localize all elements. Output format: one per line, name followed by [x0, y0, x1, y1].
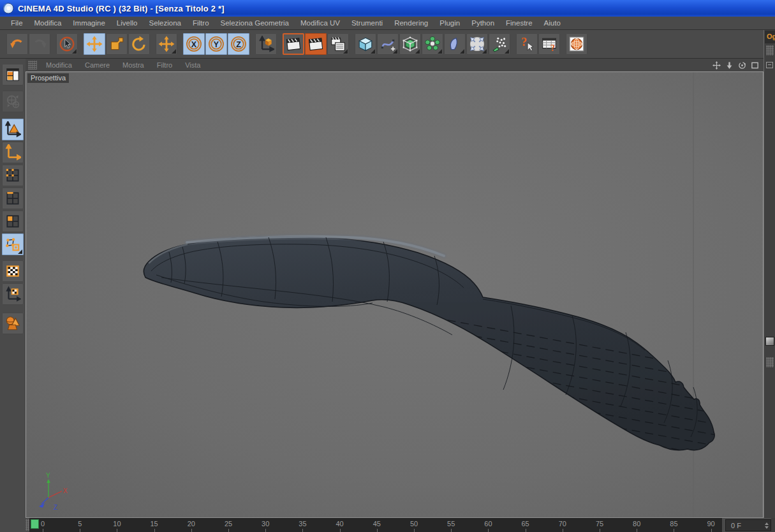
- edges-mode-button[interactable]: [2, 188, 24, 209]
- lock-y-axis-button[interactable]: Y: [205, 33, 227, 55]
- window-titlebar[interactable]: CINEMA 4D Studio (RC ) (32 Bit) - [Senza…: [0, 0, 775, 17]
- rotate-view-button[interactable]: [737, 60, 747, 70]
- panel-grip[interactable]: [766, 357, 774, 367]
- menu-item-filtro[interactable]: Filtro: [187, 19, 215, 27]
- render-view-button[interactable]: [283, 33, 304, 55]
- texture-mode-button[interactable]: [2, 260, 24, 282]
- ruler-label-10: 10: [113, 520, 121, 528]
- undo-button[interactable]: [6, 33, 28, 55]
- spline-pen-button[interactable]: [377, 33, 399, 55]
- flyout-corner-icon: [72, 49, 77, 54]
- lock-x-axis-button[interactable]: X: [183, 33, 205, 55]
- ruler-tick: [600, 529, 600, 532]
- content-browser-button[interactable]: [566, 33, 587, 55]
- right-panel-strip: Og: [764, 30, 775, 518]
- flyout-corner-icon: [438, 49, 442, 54]
- render-settings-button[interactable]: [327, 33, 349, 55]
- main-row: ModificaCamereMostraFiltroVista Prospett…: [0, 59, 775, 518]
- axis-z-label: Z: [54, 504, 57, 511]
- current-frame-field[interactable]: 0 F: [725, 519, 771, 531]
- pan-view-button[interactable]: [711, 60, 721, 70]
- objects-panel-tab-fragment[interactable]: Og: [765, 31, 775, 43]
- menu-item-aiuto[interactable]: Aiuto: [538, 19, 566, 27]
- subdivision-surface-button[interactable]: [399, 33, 421, 55]
- customize-commands-button[interactable]: ?: [538, 33, 560, 55]
- viewport-menu-vista[interactable]: Vista: [179, 61, 207, 69]
- ruler-tick: [711, 529, 712, 532]
- svg-text:Z: Z: [236, 40, 241, 49]
- ruler-label-30: 30: [262, 520, 269, 528]
- menu-bar: FileModificaImmagineLivelloSelezionaFilt…: [0, 17, 775, 30]
- menu-item-file[interactable]: File: [5, 19, 29, 27]
- view-label[interactable]: Prospettiva: [27, 73, 69, 83]
- menu-item-modifica[interactable]: Modifica: [29, 19, 68, 27]
- coordinate-system-button[interactable]: [255, 33, 277, 55]
- uv-edit-mode-button[interactable]: [2, 233, 24, 255]
- texture-axis-icon: [4, 286, 21, 302]
- polygons-mode-button[interactable]: [2, 211, 24, 232]
- flyout-corner-icon: [343, 49, 348, 54]
- ruler-tick: [154, 529, 155, 532]
- menu-item-seleziona[interactable]: Seleziona: [143, 19, 187, 27]
- deformers-button[interactable]: [444, 33, 466, 55]
- lock-z-axis-button[interactable]: Z: [228, 33, 249, 55]
- model-mode-button[interactable]: [2, 119, 24, 140]
- texture-axis-mode-button[interactable]: [2, 283, 24, 305]
- viewport-menu-camere[interactable]: Camere: [78, 61, 116, 69]
- menu-item-plugin[interactable]: Plugin: [434, 19, 466, 27]
- workplane-objects-button[interactable]: [2, 313, 24, 334]
- menu-item-strumenti[interactable]: Strumenti: [346, 19, 388, 27]
- ruler-label-70: 70: [559, 520, 566, 528]
- viewport-menu-mostra[interactable]: Mostra: [116, 61, 151, 69]
- rotate-button[interactable]: [128, 33, 150, 55]
- current-frame-marker[interactable]: [31, 519, 39, 529]
- clapper-icon: [307, 36, 324, 52]
- redo-button[interactable]: [29, 33, 50, 55]
- maximize-icon: [751, 61, 759, 70]
- viewport-menu-filtro[interactable]: Filtro: [151, 61, 179, 69]
- menu-item-immagine[interactable]: Immagine: [67, 19, 111, 27]
- points-mode-button[interactable]: [2, 165, 24, 186]
- frame-decrement-button[interactable]: [765, 526, 769, 529]
- material-preview-fragment[interactable]: [765, 337, 774, 346]
- uv-layout-button[interactable]: [2, 64, 24, 85]
- add-primitive-cube-button[interactable]: [355, 33, 376, 55]
- panel-unfold-icon[interactable]: [766, 62, 773, 68]
- generators-button[interactable]: [422, 33, 443, 55]
- live-selection-button[interactable]: [56, 33, 78, 55]
- menu-item-livello[interactable]: Livello: [111, 19, 144, 27]
- menu-item-rendering[interactable]: Rendering: [388, 19, 434, 27]
- object-axis-mode-button[interactable]: [2, 142, 24, 163]
- scale-button[interactable]: [106, 33, 128, 55]
- timeline-ruler[interactable]: 051015202530354045505560657075808590: [29, 518, 722, 532]
- menu-item-modifica-uv[interactable]: Modifica UV: [295, 19, 346, 27]
- points-mode-icon: [4, 167, 21, 184]
- axis-y-icon: Y: [208, 36, 225, 52]
- menu-item-seleziona-geometria[interactable]: Seleziona Geometria: [215, 19, 295, 27]
- ruler-label-20: 20: [188, 520, 195, 528]
- zoom-view-button[interactable]: [724, 60, 734, 70]
- perspective-viewport[interactable]: Prospettiva: [26, 71, 764, 518]
- last-used-tool-button[interactable]: [156, 33, 177, 55]
- particles-button[interactable]: [489, 33, 510, 55]
- menu-item-finestre[interactable]: Finestre: [500, 19, 538, 27]
- render-picture-viewer-button[interactable]: [305, 33, 327, 55]
- maximize-view-button[interactable]: [749, 60, 760, 70]
- viewport-menu-modifica[interactable]: Modifica: [40, 61, 78, 69]
- flyout-corner-icon: [415, 49, 420, 54]
- layout-grid-icon: [4, 66, 21, 83]
- viewport-menubar-grip[interactable]: [28, 61, 37, 70]
- mode-sidebar: [0, 59, 26, 518]
- menu-item-python[interactable]: Python: [466, 19, 500, 27]
- texture-mode-icon: [4, 263, 21, 279]
- ruler-tick: [377, 529, 378, 532]
- svg-text:?: ?: [521, 36, 527, 48]
- environment-objects-button[interactable]: [466, 33, 488, 55]
- help-button[interactable]: ?: [516, 33, 538, 55]
- frame-increment-button[interactable]: [765, 522, 769, 525]
- timeline-bar: 051015202530354045505560657075808590 0 F: [0, 518, 775, 532]
- objects-icon: [4, 315, 21, 332]
- panel-grip[interactable]: [766, 45, 774, 55]
- move-button[interactable]: [84, 33, 105, 55]
- redo-icon: [31, 36, 48, 52]
